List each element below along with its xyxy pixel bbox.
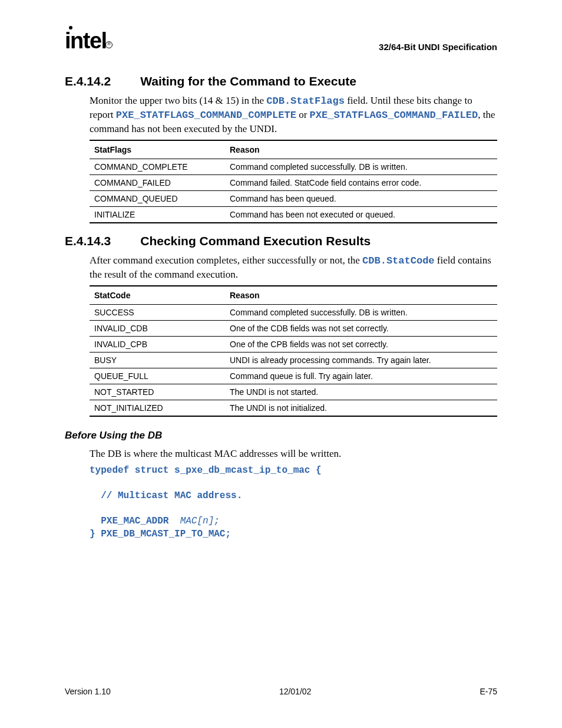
code-run: PXE_STATFLAGS_COMMAND_COMPLETE	[116, 110, 296, 121]
table-cell: One of the CDB fields was not set correc…	[225, 320, 497, 336]
code-block: typedef struct s_pxe_db_mcast_ip_to_mac …	[90, 465, 497, 541]
table-cell: Command completed successfully. DB is wr…	[225, 304, 497, 320]
text-run: After command execution completes, eithe…	[90, 255, 362, 266]
section-heading-checking: E.4.14.3 Checking Command Execution Resu…	[65, 234, 497, 248]
section1-paragraph: Monitor the upper two bits (14 & 15) in …	[90, 94, 497, 136]
table-row: INVALID_CDBOne of the CDB fields was not…	[90, 320, 497, 336]
text-run: Monitor the upper two bits (14 & 15) in …	[90, 95, 266, 106]
table-cell: COMMAND_COMPLETE	[90, 159, 225, 174]
table-row: QUEUE_FULLCommand queue is full. Try aga…	[90, 368, 497, 384]
statflags-table: StatFlags Reason COMMAND_COMPLETECommand…	[90, 140, 497, 223]
table-cell: The UNDI is not started.	[225, 384, 497, 400]
subheading-before-db: Before Using the DB	[65, 430, 497, 442]
section-title: Checking Command Execution Results	[140, 234, 371, 248]
table-row: INITIALIZECommand has been not executed …	[90, 206, 497, 223]
code-line: PXE_MAC_ADDR	[90, 516, 180, 526]
table-row: COMMAND_COMPLETECommand completed succes…	[90, 159, 497, 174]
table-cell: Command completed successfully. DB is wr…	[225, 159, 497, 174]
table-header-row: StatFlags Reason	[90, 140, 497, 159]
table-header: StatFlags	[90, 140, 225, 159]
document-title: 32/64-Bit UNDI Specification	[379, 42, 497, 52]
table-cell: INITIALIZE	[90, 206, 225, 223]
code-line: // Multicast MAC address.	[90, 490, 242, 501]
section-heading-waiting: E.4.14.2 Waiting for the Command to Exec…	[65, 74, 497, 88]
table-row: NOT_INITIALIZEDThe UNDI is not initializ…	[90, 400, 497, 416]
table-cell: INVALID_CPB	[90, 336, 225, 352]
table-cell: NOT_STARTED	[90, 384, 225, 400]
footer-version: Version 1.10	[65, 687, 111, 696]
code-line: typedef struct s_pxe_db_mcast_ip_to_mac …	[90, 465, 322, 476]
table-cell: COMMAND_FAILED	[90, 174, 225, 190]
table-cell: One of the CPB fields was not set correc…	[225, 336, 497, 352]
table-row: INVALID_CPBOne of the CPB fields was not…	[90, 336, 497, 352]
section-number: E.4.14.2	[65, 74, 111, 88]
table-cell: COMMAND_QUEUED	[90, 190, 225, 206]
logo-text: intel	[65, 28, 107, 53]
intel-logo: intel R	[65, 29, 107, 52]
registered-mark-icon: R	[105, 41, 113, 48]
table-cell: SUCCESS	[90, 304, 225, 320]
footer-page: E-75	[480, 687, 497, 696]
table-header: Reason	[225, 286, 497, 305]
table-cell: QUEUE_FULL	[90, 368, 225, 384]
table-cell: Command queue is full. Try again later.	[225, 368, 497, 384]
table-cell: Command has been queued.	[225, 190, 497, 206]
table-header-row: StatCode Reason	[90, 286, 497, 305]
table-cell: Command failed. StatCode field contains …	[225, 174, 497, 190]
table-cell: NOT_INITIALIZED	[90, 400, 225, 416]
code-line: } PXE_DB_MCAST_IP_TO_MAC;	[90, 529, 231, 539]
table-row: COMMAND_FAILEDCommand failed. StatCode f…	[90, 174, 497, 190]
table-header: StatCode	[90, 286, 225, 305]
section3-paragraph: The DB is where the multicast MAC addres…	[90, 447, 497, 461]
table-row: COMMAND_QUEUEDCommand has been queued.	[90, 190, 497, 206]
table-cell: INVALID_CDB	[90, 320, 225, 336]
table-cell: UNDI is already processing commands. Try…	[225, 352, 497, 368]
table-row: BUSYUNDI is already processing commands.…	[90, 352, 497, 368]
table-row: SUCCESSCommand completed successfully. D…	[90, 304, 497, 320]
code-run: CDB.StatCode	[362, 255, 434, 266]
statcode-table: StatCode Reason SUCCESSCommand completed…	[90, 285, 497, 417]
table-cell: Command has been not executed or queued.	[225, 206, 497, 223]
footer-date: 12/01/02	[279, 687, 312, 696]
code-run: PXE_STATFLAGS_COMMAND_FAILED	[310, 110, 478, 121]
code-line-italic: MAC[n];	[180, 516, 220, 526]
table-row: NOT_STARTEDThe UNDI is not started.	[90, 384, 497, 400]
text-run: or	[296, 109, 310, 120]
section2-paragraph: After command execution completes, eithe…	[90, 254, 497, 282]
table-cell: BUSY	[90, 352, 225, 368]
section-number: E.4.14.3	[65, 234, 111, 248]
section-title: Waiting for the Command to Execute	[140, 74, 356, 88]
code-run: CDB.StatFlags	[266, 95, 345, 107]
page-footer: Version 1.10 12/01/02 E-75	[65, 687, 497, 696]
table-header: Reason	[225, 140, 497, 159]
table-cell: The UNDI is not initialized.	[225, 400, 497, 416]
